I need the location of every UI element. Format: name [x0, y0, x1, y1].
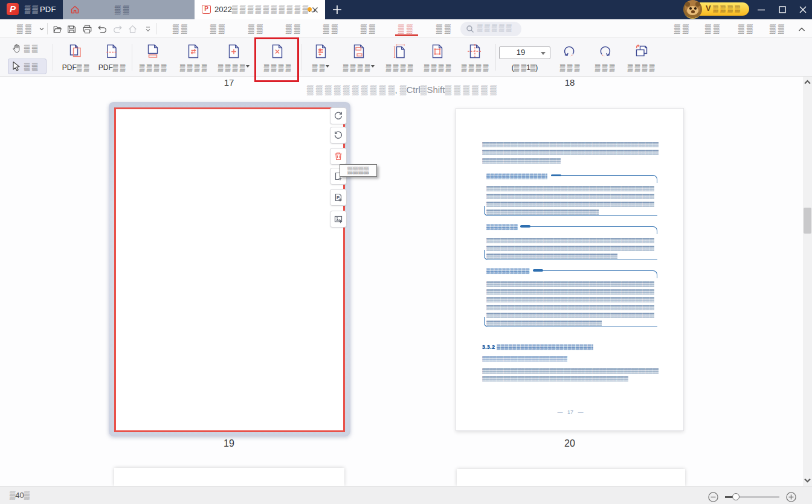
svg-text:P: P — [337, 195, 340, 200]
